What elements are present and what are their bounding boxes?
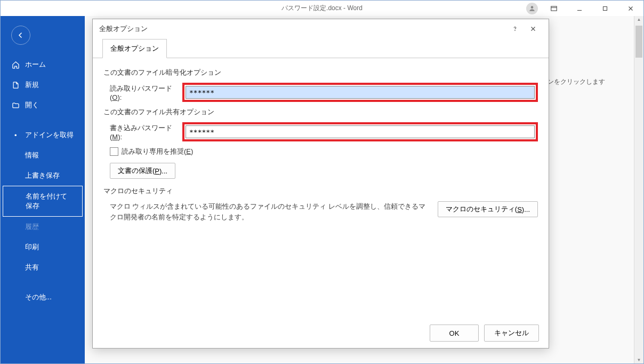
general-options-dialog: 全般オプション 全般オプション この文書のファイル暗号化オプション 読み取りパス… [92, 19, 549, 349]
ok-button[interactable]: OK [430, 325, 479, 342]
titlebar: パスワード設定.docx - Word [0, 0, 644, 16]
macro-row: マクロ ウィルスが含まれている可能性のあるファイルのセキュリティ レベルを調整し… [110, 201, 538, 223]
sidebar-item-label: 新規 [25, 80, 39, 90]
sidebar-item-share[interactable]: 共有 [1, 257, 85, 278]
sidebar-item-label: 印刷 [25, 242, 39, 252]
protect-document-button[interactable]: 文書の保護(P)... [110, 163, 175, 179]
dialog-titlebar: 全般オプション [93, 19, 549, 38]
sidebar-item-label: ホーム [25, 60, 46, 69]
sidebar-item-save-as[interactable]: 名前を付けて保存 [3, 186, 83, 217]
macro-description: マクロ ウィルスが含まれている可能性のあるファイルのセキュリティ レベルを調整し… [110, 201, 431, 223]
svg-point-6 [515, 30, 516, 31]
sidebar-item-other[interactable]: その他... [1, 287, 85, 307]
dialog-footer: OK キャンセル [93, 318, 549, 348]
new-icon [11, 81, 20, 89]
sidebar-item-open[interactable]: 開く [1, 95, 85, 115]
read-password-row: 読み取りパスワード(O): [110, 83, 538, 102]
content-scrollbar[interactable] [634, 16, 643, 363]
svg-point-0 [531, 6, 534, 9]
encrypt-section-heading: この文書のファイル暗号化オプション [103, 68, 538, 77]
tab-general-options[interactable]: 全般オプション [102, 39, 167, 58]
sidebar-item-label: 上書き保存 [25, 171, 60, 180]
dialog-body: この文書のファイル暗号化オプション 読み取りパスワード(O): この文書のファイ… [93, 58, 549, 318]
write-password-highlight [182, 122, 538, 141]
readonly-recommended-row[interactable]: 読み取り専用を推奨(E) [110, 147, 538, 156]
sidebar-item-history: 履歴 [1, 217, 85, 237]
sidebar-item-label: アドインを取得 [25, 130, 74, 140]
open-icon [11, 101, 20, 109]
sidebar-item-label: 情報 [25, 151, 39, 160]
back-button[interactable] [11, 26, 30, 45]
sidebar-item-label: 名前を付けて保存 [26, 192, 71, 211]
sidebar-item-label: その他... [25, 292, 52, 302]
dialog-help-icon[interactable] [506, 21, 524, 37]
sidebar-item-info[interactable]: 情報 [1, 145, 85, 165]
macro-section-heading: マクロのセキュリティ [103, 186, 538, 196]
close-window-icon[interactable] [619, 1, 642, 16]
write-password-label: 書き込みパスワード(M): [110, 123, 182, 141]
dialog-close-icon[interactable] [524, 21, 542, 37]
read-password-label: 読み取りパスワード(O): [110, 84, 182, 101]
sidebar-item-new[interactable]: 新規 [1, 75, 85, 95]
read-password-input[interactable] [186, 86, 535, 99]
read-password-highlight [182, 83, 538, 102]
readonly-recommended-checkbox[interactable] [110, 147, 118, 156]
dialog-title: 全般オプション [99, 24, 506, 34]
scrollbar-thumb[interactable] [635, 26, 642, 58]
backstage-sidebar: ホーム 新規 開く アドインを取得 情報 上書き保存 名前を付けて保存 履 [1, 16, 85, 363]
user-avatar-icon[interactable] [526, 3, 538, 14]
cancel-button[interactable]: キャンセル [484, 325, 539, 342]
ribbon-display-icon[interactable] [542, 1, 566, 16]
svg-rect-1 [551, 6, 557, 10]
sidebar-item-label: 開く [25, 100, 39, 110]
dialog-tabs: 全般オプション [93, 38, 549, 58]
readonly-recommended-label: 読み取り専用を推奨(E) [122, 147, 193, 156]
sidebar-item-print[interactable]: 印刷 [1, 237, 85, 257]
home-icon [11, 60, 20, 69]
sidebar-item-addins[interactable]: アドインを取得 [1, 125, 85, 145]
minimize-icon[interactable] [568, 1, 591, 16]
sidebar-item-label: 履歴 [25, 222, 39, 232]
document-title: パスワード設定.docx - Word [281, 4, 363, 13]
sidebar-item-label: 共有 [25, 263, 39, 272]
sidebar-item-save[interactable]: 上書き保存 [1, 165, 85, 186]
write-password-row: 書き込みパスワード(M): [110, 122, 538, 141]
svg-rect-3 [603, 6, 607, 10]
share-section-heading: この文書のファイル共有オプション [103, 107, 538, 117]
write-password-input[interactable] [186, 125, 535, 138]
macro-security-button[interactable]: マクロのセキュリティ(S)... [438, 201, 538, 217]
maximize-icon[interactable] [593, 1, 617, 16]
sidebar-item-home[interactable]: ホーム [1, 54, 85, 75]
